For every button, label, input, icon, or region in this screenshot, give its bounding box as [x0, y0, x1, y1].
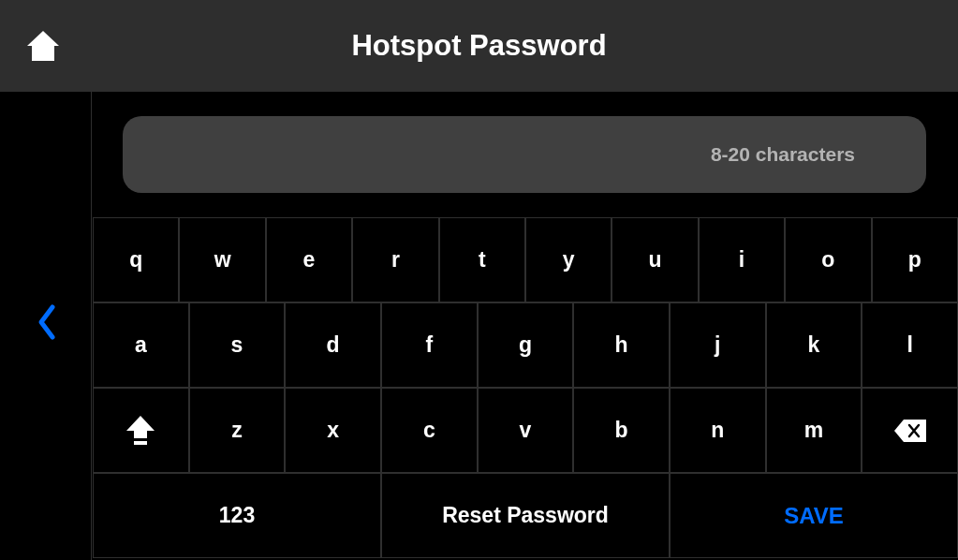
- key-reset-password[interactable]: Reset Password: [381, 473, 670, 558]
- chevron-left-icon: [36, 303, 56, 341]
- key-r[interactable]: r: [352, 217, 438, 302]
- password-input[interactable]: 8-20 characters: [123, 116, 926, 193]
- key-save[interactable]: SAVE: [670, 473, 958, 558]
- key-q[interactable]: q: [93, 217, 179, 302]
- svg-rect-0: [134, 441, 147, 445]
- key-o[interactable]: o: [785, 217, 871, 302]
- backspace-icon: [894, 420, 926, 442]
- key-h[interactable]: h: [573, 302, 670, 388]
- keyboard-row-3: z x c v b n m: [93, 388, 958, 473]
- main: 8-20 characters q w e r t y u i o p a s …: [93, 92, 958, 560]
- key-u[interactable]: u: [612, 217, 698, 302]
- key-n[interactable]: n: [670, 388, 766, 473]
- key-i[interactable]: i: [699, 217, 785, 302]
- key-a[interactable]: a: [93, 302, 189, 388]
- key-e[interactable]: e: [266, 217, 352, 302]
- key-p[interactable]: p: [872, 217, 958, 302]
- key-w[interactable]: w: [179, 217, 265, 302]
- key-l[interactable]: l: [862, 302, 958, 388]
- key-s[interactable]: s: [189, 302, 286, 388]
- key-t[interactable]: t: [439, 217, 525, 302]
- key-d[interactable]: d: [285, 302, 381, 388]
- key-numeric[interactable]: 123: [93, 473, 381, 558]
- page-title: Hotspot Password: [0, 29, 958, 63]
- key-shift[interactable]: [93, 388, 189, 473]
- keyboard-row-2: a s d f g h j k l: [93, 302, 958, 388]
- key-g[interactable]: g: [478, 302, 574, 388]
- placeholder-text: 8-20 characters: [711, 143, 855, 166]
- key-b[interactable]: b: [573, 388, 670, 473]
- key-x[interactable]: x: [285, 388, 381, 473]
- key-f[interactable]: f: [381, 302, 478, 388]
- shift-icon: [126, 416, 155, 446]
- key-c[interactable]: c: [381, 388, 478, 473]
- sidebar: [0, 92, 92, 560]
- keyboard-row-4: 123 Reset Password SAVE: [93, 473, 958, 558]
- home-button[interactable]: [26, 29, 60, 63]
- input-container: 8-20 characters: [93, 92, 958, 217]
- key-k[interactable]: k: [766, 302, 862, 388]
- key-j[interactable]: j: [670, 302, 766, 388]
- back-button[interactable]: [36, 303, 56, 345]
- keyboard-row-1: q w e r t y u i o p: [93, 217, 958, 302]
- key-y[interactable]: y: [525, 217, 612, 302]
- home-icon: [27, 31, 59, 61]
- key-z[interactable]: z: [189, 388, 286, 473]
- keyboard: q w e r t y u i o p a s d f g h j k l: [93, 217, 958, 558]
- header: Hotspot Password: [0, 0, 958, 92]
- key-v[interactable]: v: [478, 388, 574, 473]
- key-backspace[interactable]: [862, 388, 958, 473]
- key-m[interactable]: m: [766, 388, 862, 473]
